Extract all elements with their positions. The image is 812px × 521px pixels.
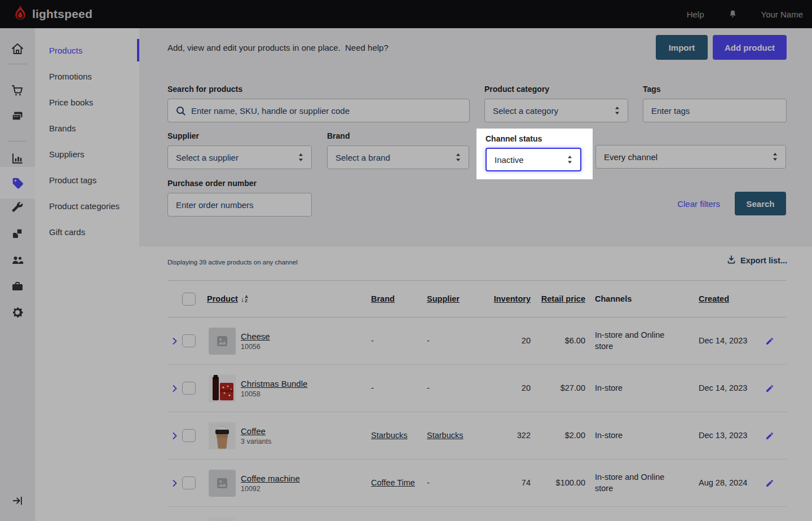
export-list-button[interactable]: Export list... xyxy=(727,255,787,266)
row-checkbox[interactable] xyxy=(182,334,196,347)
inventory-value: 20 xyxy=(481,383,531,394)
download-icon xyxy=(727,255,736,266)
created-value: Dec 14, 2023 xyxy=(681,383,750,394)
channels-value: In-store xyxy=(585,383,681,394)
supplier-select[interactable]: Select a supplier xyxy=(167,145,312,169)
edit-product-button[interactable] xyxy=(750,479,787,488)
inventory-value: 74 xyxy=(481,478,531,489)
search-button[interactable]: Search xyxy=(735,192,786,215)
sidebar-item-gift-cards[interactable]: Gift cards xyxy=(35,219,139,245)
sidebar-item-brands[interactable]: Brands xyxy=(35,115,139,141)
sidebar-item-product-categories[interactable]: Product categories xyxy=(35,193,139,219)
edit-product-button[interactable] xyxy=(750,431,787,440)
lightspeed-logo[interactable]: lightspeed xyxy=(14,5,92,24)
edit-product-button[interactable] xyxy=(750,384,787,393)
brand-select[interactable]: Select a brand xyxy=(327,145,469,169)
help-link[interactable]: Help xyxy=(687,10,704,19)
supplier-link[interactable]: Starbucks xyxy=(419,430,481,441)
table-row: Cheese 10056 - - 20 $6.00 In-store and O… xyxy=(167,317,787,365)
register-icon[interactable] xyxy=(6,105,29,127)
customers-users-icon[interactable] xyxy=(6,249,29,271)
product-image xyxy=(209,328,236,355)
channel-status-select[interactable]: Inactive xyxy=(486,148,581,171)
brand-link[interactable]: Starbucks xyxy=(363,430,419,441)
products-table: Product ↓AZ Brand Supplier Inventory Ret… xyxy=(167,280,787,521)
purchase-order-label: Purchase order number xyxy=(167,179,312,188)
reports-chart-icon[interactable] xyxy=(6,147,29,170)
fulfillment-boxes-icon[interactable] xyxy=(6,222,29,245)
filter-panel: Add, view and edit your products in one … xyxy=(139,28,812,246)
channels-header: Channels xyxy=(585,294,681,303)
clear-filters-link[interactable]: Clear filters xyxy=(677,199,720,209)
sort-brand-header[interactable]: Brand xyxy=(371,294,395,303)
cart-icon[interactable] xyxy=(6,79,29,101)
brand-link[interactable]: - xyxy=(363,383,419,394)
sort-inventory-header[interactable]: Inventory xyxy=(494,294,531,303)
expand-row-chevron[interactable] xyxy=(167,385,182,392)
sort-product-header[interactable]: Product xyxy=(207,294,238,303)
sidebar-item-price-books[interactable]: Price books xyxy=(35,89,139,115)
sidebar-item-products[interactable]: Products xyxy=(35,37,139,63)
search-products-input[interactable] xyxy=(191,106,461,116)
spinner-arrows-icon xyxy=(773,153,778,161)
products-sidebar: Products Promotions Price books Brands S… xyxy=(35,28,139,521)
created-value: Aug 28, 2024 xyxy=(681,478,750,489)
rail-divider xyxy=(8,64,27,64)
supplier-link[interactable]: - xyxy=(419,335,481,347)
flame-icon xyxy=(14,5,27,24)
created-value: Dec 14, 2023 xyxy=(681,335,750,347)
sidebar-item-product-tags[interactable]: Product tags xyxy=(35,167,139,193)
inventory-value: 20 xyxy=(481,335,531,347)
notifications-bell-icon[interactable] xyxy=(728,8,738,20)
product-category-select[interactable]: Select a category xyxy=(484,99,628,122)
expand-row-chevron[interactable] xyxy=(167,480,182,487)
import-button[interactable]: Import xyxy=(656,35,708,60)
product-link[interactable]: Coffee xyxy=(241,426,363,436)
expand-row-chevron[interactable] xyxy=(167,432,182,439)
product-link[interactable]: Cheese xyxy=(241,332,363,341)
row-checkbox[interactable] xyxy=(182,429,196,442)
need-help-link[interactable]: Need help? xyxy=(345,43,389,52)
expand-row-chevron[interactable] xyxy=(167,338,182,345)
settings-gear-icon[interactable] xyxy=(6,301,29,324)
product-sku: 10058 xyxy=(241,390,363,398)
sort-az-icon: ↓AZ xyxy=(241,295,248,303)
retail-price-value: $2.00 xyxy=(531,430,585,441)
purchase-order-input[interactable] xyxy=(176,200,303,210)
row-checkbox[interactable] xyxy=(182,382,196,395)
product-link[interactable]: Christmas Bundle xyxy=(241,379,363,388)
icon-rail xyxy=(0,28,35,521)
table-row: Coffee machine 10092 Coffee Time - 74 $1… xyxy=(167,460,787,507)
channel-select[interactable]: Every channel xyxy=(595,145,786,169)
edit-product-button[interactable] xyxy=(750,337,787,346)
channel-status-label: Channel status xyxy=(486,134,593,143)
table-row xyxy=(167,507,787,521)
rail-divider xyxy=(8,141,27,142)
supplier-link[interactable]: - xyxy=(419,383,481,394)
supplier-label: Supplier xyxy=(167,131,312,140)
workspace-briefcase-icon[interactable] xyxy=(6,275,29,298)
channels-value: In-store and Online store xyxy=(585,472,681,494)
products-tag-icon[interactable] xyxy=(6,171,29,194)
brand-link[interactable]: Coffee Time xyxy=(363,478,419,489)
brand-link[interactable]: - xyxy=(363,335,419,347)
home-icon[interactable] xyxy=(6,38,29,60)
product-image xyxy=(209,375,236,402)
sidebar-item-suppliers[interactable]: Suppliers xyxy=(35,141,139,167)
select-all-checkbox[interactable] xyxy=(182,293,196,306)
user-menu[interactable]: Your Name xyxy=(761,10,804,19)
supplier-link[interactable]: - xyxy=(419,478,481,489)
table-header-row: Product ↓AZ Brand Supplier Inventory Ret… xyxy=(167,280,787,317)
tools-wrench-icon[interactable] xyxy=(6,196,29,219)
tags-input[interactable] xyxy=(651,106,778,116)
retail-price-value: $6.00 xyxy=(531,335,585,347)
sort-retail-price-header[interactable]: Retail price xyxy=(541,294,585,303)
spinner-arrows-icon xyxy=(567,156,572,164)
expand-sidebar-icon[interactable] xyxy=(6,489,29,512)
add-product-button[interactable]: Add product xyxy=(713,35,787,60)
row-checkbox[interactable] xyxy=(182,476,196,489)
sort-supplier-header[interactable]: Supplier xyxy=(427,294,460,303)
sort-created-header[interactable]: Created xyxy=(699,294,729,303)
sidebar-item-promotions[interactable]: Promotions xyxy=(35,63,139,89)
product-link[interactable]: Coffee machine xyxy=(241,474,363,483)
